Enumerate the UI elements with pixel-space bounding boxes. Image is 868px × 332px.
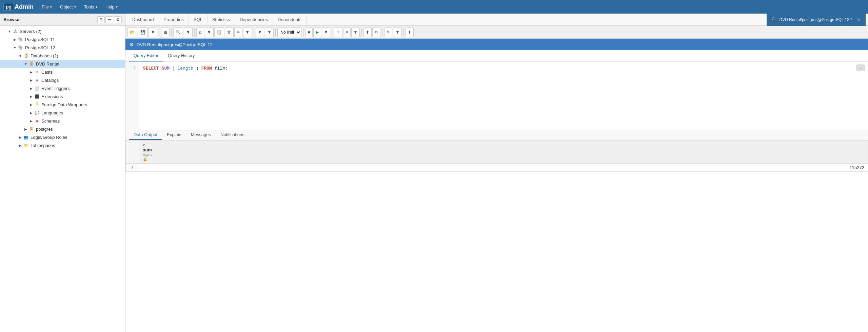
tab-dashboard[interactable]: Dashboard <box>127 14 159 26</box>
tab-properties[interactable]: Properties <box>159 14 189 26</box>
save-data-up-button[interactable]: ⬆ <box>363 27 372 37</box>
tree-item-schemas[interactable]: ▶ ◆ Schemas <box>0 117 125 125</box>
menu-file[interactable]: File ▾ <box>38 3 55 11</box>
cell-sum-1: 115272 <box>139 164 868 172</box>
tab-messages[interactable]: Messages <box>186 130 216 140</box>
tab-notifications[interactable]: Notifications <box>216 130 249 140</box>
tree-item-casts[interactable]: ▶ ⚙ Casts <box>0 68 125 76</box>
limit-select[interactable]: No limit 100 500 1000 <box>277 27 301 37</box>
table-view-button[interactable]: ▦ <box>161 27 170 37</box>
tree-item-postgres-db[interactable]: ▶ 🗄 postgres <box>0 125 125 133</box>
tree-item-servers[interactable]: ▼ 🖧 Servers (2) <box>0 27 125 35</box>
filter-button[interactable]: ▼ <box>256 27 264 37</box>
tree-item-catalogs[interactable]: ▶ ◈ Catalogs <box>0 76 125 84</box>
tree-item-extensions[interactable]: ▶ ⬛ Extensions <box>0 92 125 100</box>
tree-item-login-roles[interactable]: ▶ 👥 Login/Group Roles <box>0 133 125 141</box>
tree-item-pg12[interactable]: ▼ 🐘 PostgreSQL 12 <box>0 43 125 52</box>
menu-tools[interactable]: Tools ▾ <box>81 3 101 11</box>
catalogs-icon: ◈ <box>34 77 40 83</box>
col-header-sum[interactable]: ◤ sum bigint 🔒 <box>139 141 868 164</box>
query-editor-area[interactable]: 1 SELECT SUM ( length ) FROM film; ··· <box>125 62 868 130</box>
menu-help[interactable]: Help ▾ <box>102 3 121 11</box>
postgres-db-label: postgres <box>36 127 53 132</box>
find-dropdown-button[interactable]: ▼ <box>184 27 193 37</box>
edit2-button[interactable]: ✎ <box>384 27 392 37</box>
browser-grid-btn[interactable]: ⊞ <box>97 16 105 23</box>
connection-icon: 🔌 <box>771 17 777 22</box>
close-connection-tab-button[interactable]: ✕ <box>857 17 861 22</box>
line-numbers: 1 <box>125 62 139 130</box>
tree-item-event-triggers[interactable]: ▶ ⬜ Event Triggers <box>0 84 125 92</box>
edit2-dropdown-button[interactable]: ▼ <box>393 27 402 37</box>
logo-box: pg <box>3 3 14 11</box>
stop-button[interactable]: ■ <box>305 27 312 37</box>
tab-data-output[interactable]: Data Output <box>129 130 162 140</box>
separator-1 <box>159 29 159 36</box>
tablespaces-label: Tablespaces <box>31 143 55 148</box>
server-icon: 🖧 <box>12 28 18 34</box>
dvd-rental-label: DVD Rental <box>36 61 59 67</box>
save-dropdown-button[interactable]: ▼ <box>149 27 157 37</box>
data-table: ◤ sum bigint 🔒 1 115272 <box>125 140 868 172</box>
data-table-container: ◤ sum bigint 🔒 1 115272 <box>125 140 868 198</box>
toggle-servers: ▼ <box>7 30 12 33</box>
servers-label: Servers (2) <box>20 29 41 34</box>
rows-dropdown-button[interactable]: ▼ <box>351 27 360 37</box>
hand-button[interactable]: ☞ <box>334 27 342 37</box>
copy-button[interactable]: ⧉ <box>196 27 204 37</box>
tab-query-editor[interactable]: Query Editor <box>129 50 163 61</box>
pg12-icon: 🐘 <box>18 44 24 51</box>
tree-item-tablespaces[interactable]: ▶ 📁 Tablespaces <box>0 141 125 149</box>
tab-query-history[interactable]: Query History <box>163 50 199 61</box>
top-navbar: pg Admin File ▾ Object ▾ Tools ▾ Help ▾ <box>0 0 868 14</box>
code-display[interactable]: SELECT SUM ( length ) FROM film; <box>139 62 868 130</box>
toggle-catalogs: ▶ <box>28 78 34 82</box>
keyword-from: FROM <box>201 66 212 71</box>
tree-item-pg11[interactable]: ▶ 🐘 PostgreSQL 11 <box>0 35 125 43</box>
tree-item-dvd-rental[interactable]: ▼ 🗄 DVD Rental <box>0 60 125 68</box>
menu-object[interactable]: Object ▾ <box>57 3 79 11</box>
toggle-postgres-db: ▶ <box>23 127 28 131</box>
casts-icon: ⚙ <box>34 69 40 75</box>
edit-dropdown-button[interactable]: ▼ <box>243 27 252 37</box>
filter-dropdown-button[interactable]: ▼ <box>265 27 274 37</box>
schemas-icon: ◆ <box>34 118 40 124</box>
keyword-select: SELECT <box>143 66 159 71</box>
find-button[interactable]: 🔍 <box>173 27 183 37</box>
edit-button[interactable]: ✏ <box>234 27 242 37</box>
browser-filter-btn[interactable]: ⚙ <box>114 16 122 23</box>
open-file-button[interactable]: 📂 <box>127 27 137 37</box>
function-sum: SUM <box>162 66 170 71</box>
rollback-button[interactable]: ↺ <box>372 27 380 37</box>
tools-chevron-icon: ▾ <box>96 5 97 9</box>
tree-item-languages[interactable]: ▶ 💬 Languages <box>0 109 125 117</box>
separator-5 <box>275 29 276 36</box>
run-dropdown-button[interactable]: ▼ <box>322 27 331 37</box>
pg11-label: PostgreSQL 11 <box>25 37 55 42</box>
more-options-button[interactable]: ··· <box>856 64 865 71</box>
tab-connection[interactable]: 🔌 DVD Rental/postgres@PostgreSQL 12 * ✕ <box>767 14 866 26</box>
save-file-button[interactable]: 💾 <box>138 27 148 37</box>
browser-list-btn[interactable]: ☰ <box>105 16 113 23</box>
extensions-label: Extensions <box>41 94 63 99</box>
tab-statistics[interactable]: Statistics <box>208 14 235 26</box>
tab-dependencies[interactable]: Dependencies <box>235 14 273 26</box>
run-button[interactable]: ▶ <box>313 27 321 37</box>
tree-item-databases[interactable]: ▼ 🗄 Databases (2) <box>0 52 125 60</box>
delete-button[interactable]: 🗑 <box>225 27 234 37</box>
tab-sql[interactable]: SQL <box>189 14 208 26</box>
databases-label: Databases (2) <box>31 53 58 58</box>
copy-dropdown-button[interactable]: ▼ <box>205 27 214 37</box>
file-chevron-icon: ▾ <box>50 5 52 9</box>
tree-item-fdw[interactable]: ▶ 🗄 Foreign Data Wrappers <box>0 100 125 109</box>
pgadmin-logo: pg Admin <box>3 3 34 11</box>
event-triggers-icon: ⬜ <box>34 85 40 91</box>
paste-button[interactable]: 📋 <box>214 27 224 37</box>
download-button[interactable]: ⬇ <box>406 27 414 37</box>
databases-icon: 🗄 <box>23 53 29 59</box>
logo-text: Admin <box>15 3 34 11</box>
rows-view-button[interactable]: ≡ <box>343 27 350 37</box>
tab-explain[interactable]: Explain <box>162 130 186 140</box>
separator-8 <box>361 29 362 36</box>
tab-dependents[interactable]: Dependents <box>273 14 307 26</box>
